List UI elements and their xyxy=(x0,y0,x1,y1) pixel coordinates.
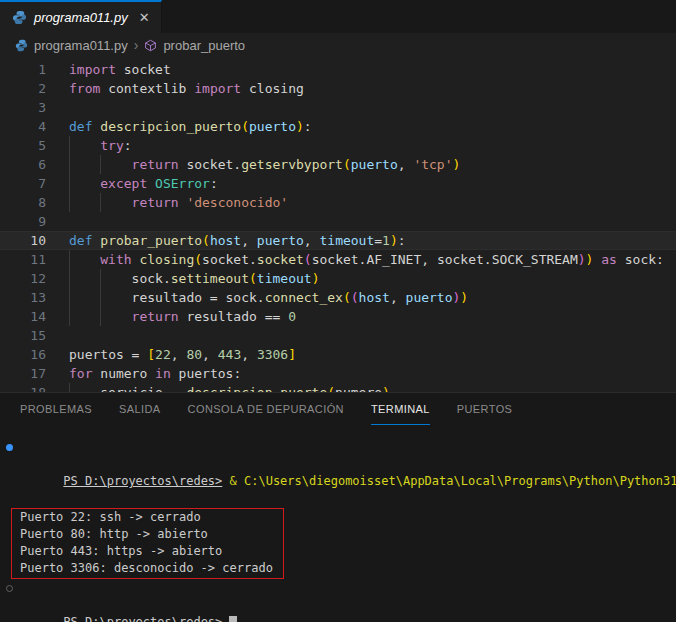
indent-guide xyxy=(69,193,100,212)
indent-guide xyxy=(100,307,131,326)
panel-tab-salida[interactable]: SALIDA xyxy=(119,393,161,425)
code-line[interactable]: 11with closing(socket.socket(socket.AF_I… xyxy=(0,250,676,269)
code-text: servicio = descripcion_puerto(numero) xyxy=(46,383,390,392)
indent-guide xyxy=(100,269,131,288)
terminal-area[interactable]: PS D:\proyectos\redes> & C:\Users\diegom… xyxy=(0,425,676,622)
code-text: for numero in puertos: xyxy=(46,364,241,383)
indent-guide xyxy=(69,136,100,155)
breadcrumb-symbol[interactable]: probar_puerto xyxy=(163,38,245,53)
code-text: resultado = sock.connect_ex((host, puert… xyxy=(46,288,468,307)
breadcrumb: programa011.py › probar_puerto xyxy=(0,33,676,57)
line-number: 8 xyxy=(0,193,46,212)
panel-tab-consola-de-depuraci-n[interactable]: CONSOLA DE DEPURACIÓN xyxy=(188,393,344,425)
indent-guide xyxy=(100,288,131,307)
indent-guide xyxy=(69,155,100,174)
python-file-icon xyxy=(12,10,27,25)
code-text: from contextlib import closing xyxy=(46,79,304,98)
terminal-command-line: PS D:\proyectos\redes> & C:\Users\diegom… xyxy=(20,439,676,507)
code-editor[interactable]: 1import socket2from contextlib import cl… xyxy=(0,57,676,392)
command-pending-ring-icon xyxy=(6,585,13,592)
line-number: 2 xyxy=(0,79,46,98)
terminal-output-line: Puerto 22: ssh -> cerrado xyxy=(20,509,273,526)
code-text: try: xyxy=(46,136,132,155)
terminal-command: & C:\Users\diegomoisset\AppData\Local\Pr… xyxy=(222,474,676,488)
panel-tab-bar: PROBLEMASSALIDACONSOLA DE DEPURACIÓNTERM… xyxy=(0,392,676,425)
code-line[interactable]: 5try: xyxy=(0,136,676,155)
line-number: 5 xyxy=(0,136,46,155)
code-text: return socket.getservbyport(puerto, 'tcp… xyxy=(46,155,460,174)
terminal-prompt: PS D:\proyectos\redes> xyxy=(63,615,222,622)
indent-guide xyxy=(100,155,131,174)
python-file-icon xyxy=(15,39,28,52)
line-number: 9 xyxy=(0,212,46,231)
panel-tab-terminal[interactable]: TERMINAL xyxy=(371,393,430,425)
panel-tab-problemas[interactable]: PROBLEMAS xyxy=(20,393,92,425)
line-number: 14 xyxy=(0,307,46,326)
vscode-window: programa011.py ✕ programa011.py › probar… xyxy=(0,0,676,622)
code-text: import socket xyxy=(46,60,171,79)
indent-guide xyxy=(69,174,100,193)
code-text: def descripcion_puerto(puerto): xyxy=(46,117,312,136)
code-text xyxy=(46,326,69,345)
terminal-output-line: Puerto 80: http -> abierto xyxy=(20,526,273,543)
terminal-output-line: Puerto 443: https -> abierto xyxy=(20,543,273,560)
code-line[interactable]: 6return socket.getservbyport(puerto, 'tc… xyxy=(0,155,676,174)
code-line[interactable]: 9 xyxy=(0,212,676,231)
code-line[interactable]: 12sock.settimeout(timeout) xyxy=(0,269,676,288)
code-line[interactable]: 13resultado = sock.connect_ex((host, pue… xyxy=(0,288,676,307)
line-number: 12 xyxy=(0,269,46,288)
code-text: puertos = [22, 80, 443, 3306] xyxy=(46,345,296,364)
code-line[interactable]: 1import socket xyxy=(0,60,676,79)
line-number: 16 xyxy=(0,345,46,364)
terminal-cursor xyxy=(229,616,237,622)
line-number: 4 xyxy=(0,117,46,136)
code-line[interactable]: 16puertos = [22, 80, 443, 3306] xyxy=(0,345,676,364)
terminal-output-line: Puerto 3306: desconocido -> cerrado xyxy=(20,560,273,577)
close-icon[interactable]: ✕ xyxy=(139,11,150,24)
code-text: return resultado == 0 xyxy=(46,307,296,326)
line-number: 10 xyxy=(0,231,46,250)
line-number: 3 xyxy=(0,98,46,117)
code-line[interactable]: 18servicio = descripcion_puerto(numero) xyxy=(0,383,676,392)
code-text: sock.settimeout(timeout) xyxy=(46,269,319,288)
annotation-box: Puerto 22: ssh -> cerradoPuerto 80: http… xyxy=(11,508,284,579)
code-line[interactable]: 10def probar_puerto(host, puerto, timeou… xyxy=(0,231,676,250)
editor-tab-programa011[interactable]: programa011.py ✕ xyxy=(0,0,162,33)
symbol-method-icon xyxy=(144,39,157,52)
line-number: 13 xyxy=(0,288,46,307)
code-line[interactable]: 15 xyxy=(0,326,676,345)
command-success-dot-icon xyxy=(6,444,13,451)
panel-tab-puertos[interactable]: PUERTOS xyxy=(457,393,513,425)
line-number: 18 xyxy=(0,383,46,392)
line-number: 11 xyxy=(0,250,46,269)
indent-guide xyxy=(69,288,100,307)
code-line[interactable]: 4def descripcion_puerto(puerto): xyxy=(0,117,676,136)
code-text xyxy=(46,212,69,231)
code-text: with closing(socket.socket(socket.AF_INE… xyxy=(46,250,664,269)
line-number: 7 xyxy=(0,174,46,193)
chevron-right-icon: › xyxy=(134,37,139,53)
breadcrumb-file[interactable]: programa011.py xyxy=(34,38,128,53)
code-line[interactable]: 2from contextlib import closing xyxy=(0,79,676,98)
code-line[interactable]: 3 xyxy=(0,98,676,117)
tab-title: programa011.py xyxy=(34,10,128,25)
code-line[interactable]: 8return 'desconocido' xyxy=(0,193,676,212)
code-text xyxy=(46,98,69,117)
indent-guide xyxy=(69,383,100,392)
line-number: 15 xyxy=(0,326,46,345)
code-line[interactable]: 7except OSError: xyxy=(0,174,676,193)
code-line[interactable]: 17for numero in puertos: xyxy=(0,364,676,383)
line-number: 17 xyxy=(0,364,46,383)
indent-guide xyxy=(69,269,100,288)
editor-tab-bar: programa011.py ✕ xyxy=(0,0,676,33)
line-number: 6 xyxy=(0,155,46,174)
code-text: except OSError: xyxy=(46,174,218,193)
code-line[interactable]: 14return resultado == 0 xyxy=(0,307,676,326)
indent-guide xyxy=(69,250,100,269)
indent-guide xyxy=(100,193,131,212)
terminal-prompt: PS D:\proyectos\redes> xyxy=(63,474,222,488)
code-text: def probar_puerto(host, puerto, timeout=… xyxy=(46,231,406,250)
terminal-prompt-line: PS D:\proyectos\redes> xyxy=(20,580,676,622)
code-text: return 'desconocido' xyxy=(46,193,288,212)
indent-guide xyxy=(69,307,100,326)
